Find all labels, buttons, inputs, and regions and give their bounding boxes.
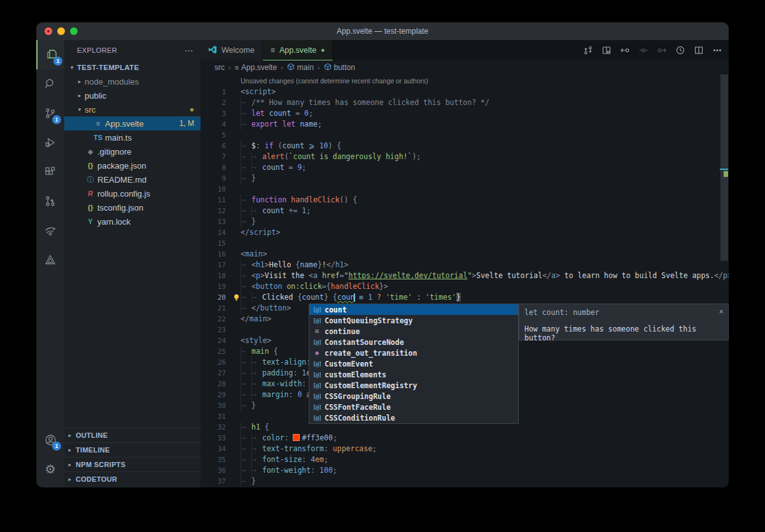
code-line[interactable]: 13→} bbox=[200, 216, 729, 227]
suggest-item-cssgroupingrule[interactable]: [@]CSSGroupingRule bbox=[309, 391, 518, 402]
settings-gear-icon[interactable]: ⚙ bbox=[36, 454, 64, 484]
tree-item-test-template[interactable]: ▾TEST-TEMPLATE bbox=[64, 60, 200, 74]
scrollbar-slider[interactable] bbox=[720, 74, 728, 261]
code-line[interactable]: 10 bbox=[200, 184, 729, 195]
code-line[interactable]: 18→<p>Visit the <a href="https://svelte.… bbox=[200, 270, 729, 281]
minimize-window-icon[interactable] bbox=[57, 27, 65, 35]
suggest-item-cssconditionrule[interactable]: [@]CSSConditionRule bbox=[309, 412, 518, 423]
code-line[interactable]: 37→} bbox=[200, 476, 729, 487]
code-line[interactable]: 14</script> bbox=[200, 227, 729, 238]
tree-item-readme-md[interactable]: ⓘREADME.md bbox=[64, 172, 200, 186]
tree-item-tsconfig-json[interactable]: {}tsconfig.json bbox=[64, 200, 200, 214]
file-history-icon[interactable] bbox=[672, 43, 688, 58]
suggest-item-customevent[interactable]: [@]CustomEvent bbox=[309, 358, 518, 369]
views-more-actions-icon[interactable]: ⋯ bbox=[185, 45, 194, 55]
tree-item-main-ts[interactable]: TSmain.ts bbox=[64, 130, 200, 144]
codelens-text[interactable]: Unsaved changes (cannot determine recent… bbox=[241, 76, 729, 87]
tree-item-yarn-lock[interactable]: Yyarn.lock bbox=[64, 214, 200, 228]
tree-item-label: tsconfig.json bbox=[97, 203, 200, 213]
code-line[interactable]: 3→let count = 0; bbox=[200, 108, 729, 119]
chevron-down-icon[interactable]: ▾ bbox=[67, 64, 77, 71]
breadcrumb-main[interactable]: main bbox=[287, 63, 314, 72]
tree-item--gitignore[interactable]: ◆.gitignore bbox=[64, 144, 200, 158]
code-line[interactable]: 2→/** How many times has someone clicked… bbox=[200, 97, 729, 108]
code-line[interactable]: 12→→count += 1; bbox=[200, 206, 729, 216]
section-codetour[interactable]: ▸CODETOUR bbox=[64, 472, 200, 486]
code-line[interactable]: 15 bbox=[200, 238, 729, 249]
section-npm-scripts[interactable]: ▸NPM SCRIPTS bbox=[64, 457, 200, 472]
code-line[interactable]: 7→→alert(`count is dangerously high!`); bbox=[200, 151, 729, 162]
suggest-item-customelements[interactable]: [@]customElements bbox=[309, 369, 518, 380]
chevron-down-icon[interactable]: ▾ bbox=[74, 106, 85, 113]
suggest-item-constantsourcenode[interactable]: [@]ConstantSourceNode bbox=[309, 337, 518, 347]
line-content: →→font-size: 4em; bbox=[241, 454, 729, 465]
breadcrumb-button[interactable]: button bbox=[324, 63, 355, 72]
source-control-icon[interactable]: 1 bbox=[36, 99, 64, 128]
suggest-item-continue[interactable]: ≡continue bbox=[309, 326, 518, 337]
suggest-item-label: CSSGroupingRule bbox=[325, 392, 391, 401]
tree-item-app-svelte[interactable]: ≡App.svelte1, M bbox=[64, 116, 200, 130]
tab-app-svelte[interactable]: ≡ App.svelte ● bbox=[263, 40, 333, 60]
open-changes-icon[interactable] bbox=[598, 43, 614, 58]
code-line[interactable]: 34→→text-transform: uppercase; bbox=[200, 444, 729, 454]
github-pull-requests-icon[interactable] bbox=[36, 186, 64, 216]
tab-welcome[interactable]: Welcome bbox=[200, 40, 263, 60]
tab-app-svelte-label: App.svelte bbox=[279, 46, 316, 55]
code-line[interactable]: 9→} bbox=[200, 173, 729, 184]
breadcrumb-src[interactable]: src bbox=[214, 63, 225, 72]
code-line[interactable]: 36→→font-weight: 100; bbox=[200, 465, 729, 476]
title-bar[interactable]: App.svelte — test-template bbox=[36, 22, 729, 40]
editor-scrollbar[interactable] bbox=[720, 74, 729, 487]
lightbulb-icon[interactable] bbox=[232, 293, 241, 302]
chevron-right-icon[interactable]: ▸ bbox=[74, 78, 85, 85]
account-icon[interactable]: 1 bbox=[36, 425, 64, 454]
code-line[interactable]: 5 bbox=[200, 130, 729, 141]
code-line[interactable]: 16<main> bbox=[200, 249, 729, 260]
breadcrumb-app-svelte[interactable]: ≡App.svelte bbox=[235, 63, 277, 72]
live-share-icon[interactable] bbox=[36, 216, 64, 245]
sidebar-sections: ▸OUTLINE▸TIMELINE▸NPM SCRIPTS▸CODETOUR bbox=[64, 428, 200, 486]
extensions-icon[interactable] bbox=[36, 157, 64, 186]
code-line[interactable]: 19→<button on:click={handleClick}> bbox=[200, 281, 729, 292]
code-line[interactable]: 4→export let name; bbox=[200, 119, 729, 130]
tree-item-label: package.json bbox=[97, 161, 200, 171]
section-timeline[interactable]: ▸TIMELINE bbox=[64, 442, 200, 457]
tree-item-node-modules[interactable]: ▸node_modules bbox=[64, 74, 200, 88]
explorer-icon[interactable]: 1 bbox=[36, 40, 66, 69]
code-line[interactable]: 17→<h1>Hello {name}!</h1> bbox=[200, 260, 729, 270]
code-line[interactable]: 33→→color: #ff3e00; bbox=[200, 433, 729, 444]
code-line[interactable]: 6→$: if (count ⩾ 10) { bbox=[200, 141, 729, 151]
code-line[interactable]: 1<script> bbox=[200, 87, 729, 97]
suggest-item-cssfontfacerule[interactable]: [@]CSSFontFaceRule bbox=[309, 402, 518, 412]
more-actions-icon[interactable] bbox=[709, 43, 725, 58]
suggest-item-countqueuingstrategy[interactable]: [@]CountQueuingStrategy bbox=[309, 315, 518, 326]
suggest-item-create_out_transition[interactable]: ◈create_out_transition bbox=[309, 347, 518, 358]
tree-item-package-json[interactable]: {}package.json bbox=[64, 158, 200, 172]
line-content: →→color: #ff3e00; bbox=[241, 433, 729, 444]
modified-dot-icon[interactable]: ● bbox=[321, 46, 325, 53]
tree-item-src[interactable]: ▾src● bbox=[64, 102, 200, 116]
code-line[interactable]: 20→→Clicked {count} {coun ≡ 1 ? 'time' :… bbox=[200, 292, 729, 303]
close-window-icon[interactable] bbox=[45, 27, 52, 35]
line-number: 32 bbox=[200, 422, 226, 433]
overview-ruler-change-marker bbox=[724, 171, 728, 177]
section-label: TIMELINE bbox=[76, 446, 110, 454]
code-line[interactable]: 11→function handleClick() { bbox=[200, 195, 729, 206]
tree-item-rollup-config-js[interactable]: Rrollup.config.js bbox=[64, 186, 200, 200]
section-outline[interactable]: ▸OUTLINE bbox=[64, 428, 200, 442]
suggest-item-count[interactable]: [@]count bbox=[309, 304, 518, 315]
run-and-debug-icon[interactable] bbox=[36, 128, 64, 157]
azure-icon[interactable] bbox=[36, 245, 64, 274]
chevron-right-icon[interactable]: ▸ bbox=[74, 92, 85, 99]
code-line[interactable]: 8→→count = 9; bbox=[200, 162, 729, 173]
search-icon[interactable] bbox=[36, 69, 64, 99]
tree-item-public[interactable]: ▸public bbox=[64, 88, 200, 102]
suggest-item-customelementregistry[interactable]: [@]CustomElementRegistry bbox=[309, 380, 518, 391]
zoom-window-icon[interactable] bbox=[70, 27, 78, 35]
gitlens-compare-icon[interactable] bbox=[580, 43, 596, 58]
overview-ruler-cursor-marker bbox=[720, 169, 728, 170]
code-line[interactable]: 35→→font-size: 4em; bbox=[200, 454, 729, 465]
split-editor-icon[interactable] bbox=[691, 43, 706, 58]
previous-change-icon[interactable] bbox=[617, 43, 633, 58]
code-editor[interactable]: Unsaved changes (cannot determine recent… bbox=[200, 74, 729, 487]
